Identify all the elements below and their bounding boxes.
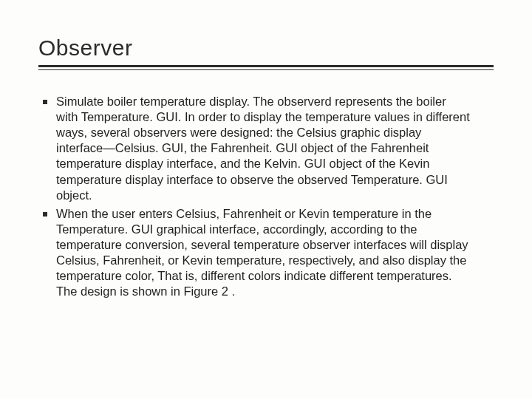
title-rule-thin xyxy=(38,69,494,70)
title-block: Observer xyxy=(38,35,494,70)
slide-body: Simulate boiler temperature display. The… xyxy=(38,94,494,299)
bullet-list: Simulate boiler temperature display. The… xyxy=(43,94,494,299)
slide: Observer Simulate boiler temperature dis… xyxy=(0,0,532,399)
bullet-icon xyxy=(43,212,47,216)
bullet-text: Simulate boiler temperature display. The… xyxy=(56,94,470,203)
title-rule-thick xyxy=(38,65,494,67)
slide-title: Observer xyxy=(38,35,494,65)
bullet-text: When the user enters Celsius, Fahrenheit… xyxy=(56,206,470,300)
bullet-icon xyxy=(43,100,47,104)
list-item: When the user enters Celsius, Fahrenheit… xyxy=(43,206,494,300)
list-item: Simulate boiler temperature display. The… xyxy=(43,94,494,203)
